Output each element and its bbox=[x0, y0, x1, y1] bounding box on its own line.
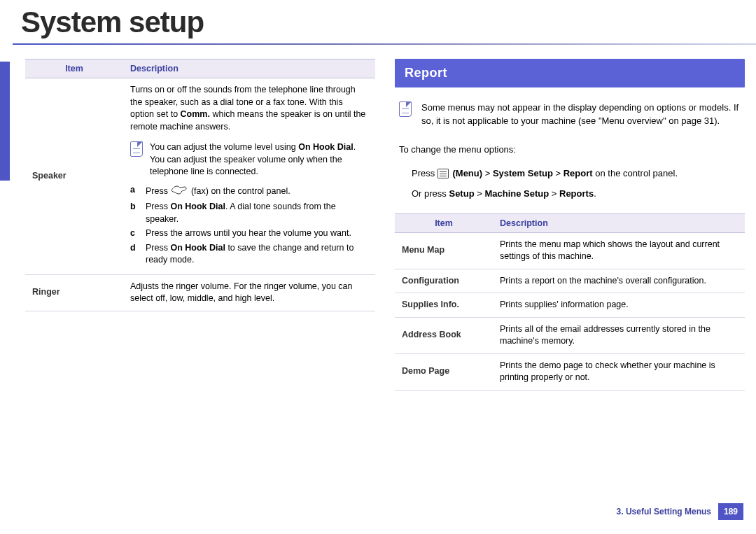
text-bold: (Menu) bbox=[452, 168, 482, 178]
desc-cell: Prints a report on the machine's overall… bbox=[493, 269, 745, 293]
desc-cell: Prints the demo page to check whether yo… bbox=[493, 353, 745, 390]
text-bold: On Hook Dial bbox=[298, 142, 353, 152]
page-footer: 3. Useful Setting Menus 189 bbox=[617, 503, 743, 520]
menu-path-primary: Press (Menu) > System Setup > Report on … bbox=[412, 167, 745, 181]
note-text: Some menus may not appear in the display… bbox=[421, 101, 745, 128]
text: . bbox=[594, 188, 596, 199]
note-block: Some menus may not appear in the display… bbox=[399, 101, 745, 128]
left-column: Item Description Speaker Turns on or off… bbox=[25, 59, 375, 391]
side-tab bbox=[0, 62, 10, 181]
right-column: Report Some menus may not appear in the … bbox=[395, 59, 745, 391]
item-cell: Address Book bbox=[395, 317, 493, 353]
step-marker: d bbox=[130, 242, 140, 267]
note-icon bbox=[130, 141, 143, 157]
menu-icon bbox=[438, 169, 449, 178]
item-cell: Menu Map bbox=[395, 232, 493, 269]
page-title: System setup bbox=[0, 0, 756, 43]
table-row: Address Book Prints all of the email add… bbox=[395, 317, 745, 353]
fax-hand-icon bbox=[170, 184, 188, 199]
text-bold: On Hook Dial bbox=[170, 243, 225, 253]
text-bold: Report bbox=[564, 168, 593, 178]
table-row: Ringer Adjusts the ringer volume. For th… bbox=[25, 274, 375, 311]
note-text: You can adjust the volume level using On… bbox=[150, 141, 368, 178]
note-block: You can adjust the volume level using On… bbox=[130, 141, 368, 178]
lead-text: To change the menu options: bbox=[399, 143, 745, 157]
text-bold: Comm. bbox=[181, 109, 210, 119]
col-header-description: Description bbox=[493, 213, 745, 232]
table-row: Supplies Info. Prints supplies' informat… bbox=[395, 293, 745, 318]
text: > bbox=[482, 168, 493, 178]
step-c: c Press the arrows until you hear the vo… bbox=[130, 227, 368, 240]
desc-speaker: Turns on or off the sounds from the tele… bbox=[123, 78, 375, 275]
item-cell: Configuration bbox=[395, 269, 493, 293]
text: on the control panel. bbox=[593, 168, 678, 178]
desc-ringer: Adjusts the ringer volume. For the ringe… bbox=[123, 274, 375, 311]
table-row: Demo Page Prints the demo page to check … bbox=[395, 353, 745, 390]
text: Press bbox=[146, 243, 170, 253]
title-rule bbox=[13, 43, 756, 45]
text: Press the arrows until you hear the volu… bbox=[146, 227, 351, 240]
text: Press bbox=[146, 186, 170, 196]
desc-cell: Prints the menu map which shows the layo… bbox=[493, 232, 745, 269]
note-icon bbox=[399, 101, 412, 117]
item-speaker: Speaker bbox=[25, 78, 123, 275]
text: > bbox=[475, 188, 485, 199]
table-row: Menu Map Prints the menu map which shows… bbox=[395, 232, 745, 269]
step-a: a Press (fax) on the control panel. bbox=[130, 184, 368, 199]
item-cell: Supplies Info. bbox=[395, 293, 493, 318]
text: Press bbox=[146, 202, 170, 211]
text: You can adjust the volume level using bbox=[150, 142, 298, 152]
text: Press bbox=[412, 168, 438, 178]
sound-settings-table: Item Description Speaker Turns on or off… bbox=[25, 59, 375, 311]
steps-list: a Press (fax) on the control panel. bbox=[130, 184, 368, 267]
text: Or press bbox=[412, 188, 449, 199]
item-ringer: Ringer bbox=[25, 274, 123, 311]
step-marker: c bbox=[130, 227, 140, 240]
text: (fax) on the control panel. bbox=[191, 186, 290, 196]
step-d: d Press On Hook Dial to save the change … bbox=[130, 242, 368, 267]
col-header-item: Item bbox=[395, 213, 493, 232]
menu-path-alt: Or press Setup > Machine Setup > Reports… bbox=[412, 187, 745, 201]
col-header-description: Description bbox=[123, 59, 375, 78]
text-bold: Machine Setup bbox=[484, 188, 549, 199]
section-heading-report: Report bbox=[395, 59, 745, 87]
text-bold: On Hook Dial bbox=[170, 202, 225, 211]
text-bold: System Setup bbox=[493, 168, 553, 178]
table-row: Configuration Prints a report on the mac… bbox=[395, 269, 745, 293]
table-row: Speaker Turns on or off the sounds from … bbox=[25, 78, 375, 275]
step-marker: a bbox=[130, 184, 140, 199]
text: > bbox=[549, 188, 559, 199]
footer-page-number: 189 bbox=[718, 503, 743, 520]
text-bold: Setup bbox=[449, 188, 474, 199]
footer-chapter: 3. Useful Setting Menus bbox=[617, 507, 711, 517]
desc-cell: Prints supplies' information page. bbox=[493, 293, 745, 318]
item-cell: Demo Page bbox=[395, 353, 493, 390]
text-bold: Reports bbox=[559, 188, 594, 199]
step-marker: b bbox=[130, 201, 140, 225]
step-b: b Press On Hook Dial. A dial tone sounds… bbox=[130, 201, 368, 225]
desc-cell: Prints all of the email addresses curren… bbox=[493, 317, 745, 353]
text: > bbox=[553, 168, 564, 178]
report-items-table: Item Description Menu Map Prints the men… bbox=[395, 213, 745, 391]
col-header-item: Item bbox=[25, 59, 123, 78]
